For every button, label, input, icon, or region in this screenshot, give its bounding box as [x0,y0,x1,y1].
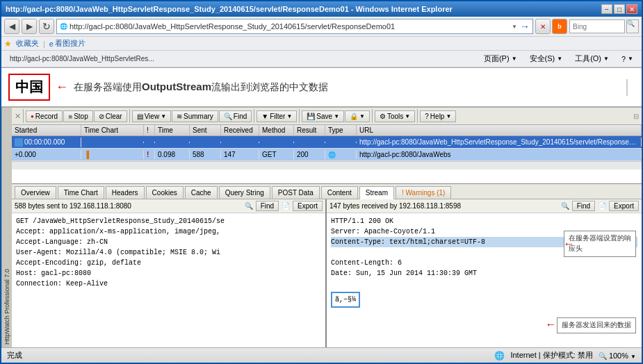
page-menu[interactable]: 页面(P) ▼ [478,52,523,65]
main-window: http://gacl-pc:8080/JavaWeb_HttpServletR… [0,0,643,364]
status-right: 🌐 Internet | 保护模式: 禁用 🔍 100% ▼ [494,350,636,361]
tools-button[interactable]: ⚙ Tools ▼ [375,110,415,122]
star-icon: ★ [4,39,12,49]
header-url[interactable]: URL [357,125,642,135]
view-button[interactable]: ▤ View ▼ [132,110,171,122]
record-button[interactable]: ● Record [26,110,63,122]
filter-icon: ▼ [261,113,268,120]
tab-cookies[interactable]: Cookies [146,186,184,199]
close-button[interactable]: ✕ [626,4,637,14]
lock-button[interactable]: 🔒 ▼ [345,110,370,122]
page-annotation: 在服务器端使用OutputStream流输出到浏览器的中文数据 [74,81,328,94]
left-find-button[interactable]: Find [256,201,279,211]
response-data: ã,−§¼ [331,292,360,308]
header-time[interactable]: Time [155,125,190,135]
zoom-arrow[interactable]: ▼ [630,354,636,360]
cell-type [325,142,357,143]
help-button[interactable]: ? Help ▼ [420,110,456,122]
browser-page: 中国 ← 在服务器端使用OutputStream流输出到浏览器的中文数据 [1,68,642,108]
filter-button[interactable]: ▼ Filter ▼ [257,110,297,122]
favorites-link[interactable]: 收藏夹 [16,38,39,49]
detach-icon[interactable]: ⊟ [633,113,639,120]
save-button[interactable]: 💾 Save ▼ [302,110,344,122]
right-export-button[interactable]: Export [609,201,639,211]
tab-overview[interactable]: Overview [15,186,56,199]
header-timechart[interactable]: Time Chart [81,125,144,135]
left-line-4: User-Agent: Mozilla/4.0 (compatible; MSI… [16,249,220,256]
fiddler-panel: ✕ ● Record ■ Stop ⊘ Clear [12,108,642,347]
table-row[interactable]: +0.000 ▐ ! 0.098 588 147 GET 200 🌐 [12,149,642,161]
tab-timechart[interactable]: Time Chart [58,186,104,199]
nav-extra-buttons: ✕ b [535,19,567,34]
header-recv[interactable]: Received [221,125,259,135]
traffic-scrollbar[interactable] [12,161,642,169]
cell-time2: 0.098 [155,150,190,159]
table-row[interactable]: 00:00:00.000 http://gacl-pc:8080/JavaWeb… [12,136,642,149]
tab-postdata[interactable]: POST Data [272,186,320,199]
summary-button[interactable]: ≋ Summary [172,110,218,122]
favorites-bar: ★ 收藏夹 | e 看图搜片 [1,37,642,51]
back-button[interactable]: ◀ [4,19,19,34]
header-result[interactable]: Result [294,125,325,135]
toolbar-sep4 [299,109,300,123]
find-button[interactable]: 🔍 Find [219,110,252,122]
right-find-button[interactable]: Find [572,201,595,211]
save-arrow: ▼ [334,113,339,119]
search-input[interactable] [569,19,625,33]
address-menu-item: http://gacl-pc:8080/JavaWeb_HttpServletR… [4,53,213,64]
header-started[interactable]: Started [12,125,81,135]
left-line-3: Accept-Language: zh-CN [16,238,108,246]
help-arrow: ▼ [446,113,451,119]
tab-content[interactable]: Content [321,186,358,199]
cell-result [294,142,325,143]
search-button[interactable]: 🔍 [626,19,639,33]
annotation-arrow-1: ← [565,236,572,253]
traffic-area: Started Time Chart ! Time Sent Received … [12,125,642,184]
tab-cache[interactable]: Cache [185,186,218,199]
export-icon-right: 📄 [598,202,606,210]
safety-menu[interactable]: 安全(S) ▼ [524,52,569,65]
maximize-button[interactable]: □ [614,4,625,14]
page-menu-arrow: ▼ [512,56,517,62]
toolbar-sep6 [417,109,418,123]
tab-querystring[interactable]: Query String [219,186,270,199]
chinese-content: 中国 ← 在服务器端使用OutputStream流输出到浏览器的中文数据 [8,74,635,101]
right-line-2: Server: Apache-Coyote/1.1 [331,228,435,235]
clear-label: Clear [106,113,122,120]
record-label: Record [35,113,58,120]
content-area: 中国 ← 在服务器端使用OutputStream流输出到浏览器的中文数据 Htt… [1,68,642,347]
header-method[interactable]: Method [259,125,294,135]
address-dropdown-icon[interactable]: ▼ [509,24,517,30]
tools-menu-arrow: ▼ [603,56,609,62]
type-icon: 🌐 [328,151,336,158]
address-bar[interactable]: 🌐 http://gacl-pc:8080/JavaWeb_HttpServle… [56,19,533,34]
tab-headers[interactable]: Headers [106,186,145,199]
forward-button[interactable]: ▶ [22,19,37,34]
stop-button-hw[interactable]: ■ Stop [63,110,93,122]
annotation-bubble-1: 在服务器端设置的响 应头 [564,231,636,257]
china-text: 中国 [8,74,50,101]
bing-icon: b [552,19,567,34]
header-type[interactable]: Type [325,125,357,135]
lock-arrow: ▼ [359,113,365,119]
nav-go-icon[interactable]: → [517,21,530,32]
tab-stream[interactable]: Stream [359,186,394,199]
minimize-button[interactable]: − [601,4,612,14]
header-excl[interactable]: ! [144,125,155,135]
nav-bar: ◀ ▶ ↻ 🌐 http://gacl-pc:8080/JavaWeb_Http… [1,17,642,37]
search-section: 🔍 [569,19,639,33]
photo-search-icon: e [49,40,54,48]
close-panel-icon[interactable]: ✕ [15,112,21,121]
left-export-button[interactable]: Export [293,201,323,211]
stop-button[interactable]: ✕ [535,19,551,34]
header-sent[interactable]: Sent [190,125,221,135]
tab-warnings[interactable]: ! Warnings (1) [396,186,451,199]
refresh-button[interactable]: ↻ [39,19,54,34]
help-menu[interactable]: ? ▼ [616,53,639,65]
photo-search-link[interactable]: e 看图搜片 [49,38,86,49]
tools-menu[interactable]: 工具(O) ▼ [569,52,614,65]
clear-button[interactable]: ⊘ Clear [94,110,127,122]
globe-icon: 🌐 [494,351,505,361]
annotation-text-1: 在服务器端设置的响 [569,235,631,242]
data-annotation: ← 服务器发送回来的数据 [547,317,636,333]
